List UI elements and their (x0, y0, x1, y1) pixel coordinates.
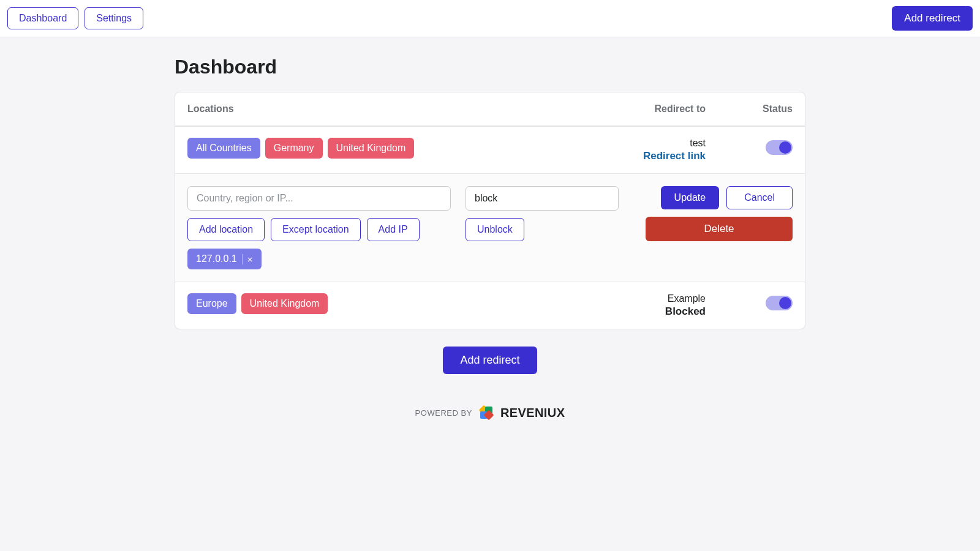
redirect-link[interactable]: Redirect link (510, 150, 706, 162)
ip-chip[interactable]: 127.0.0.1 × (187, 249, 262, 269)
location-tag[interactable]: United Kingdom (328, 138, 415, 159)
column-header-redirect: Redirect to (510, 103, 706, 114)
table-header: Locations Redirect to Status (175, 92, 805, 126)
editor-right-col: Update Cancel Delete (633, 186, 793, 269)
location-tag[interactable]: Germany (265, 138, 323, 159)
table-row[interactable]: All Countries Germany United Kingdom tes… (175, 126, 805, 173)
location-actions: Add location Except location Add IP (187, 218, 420, 241)
update-cancel-row: Update Cancel (633, 186, 793, 209)
powered-by-label: POWERED BY (415, 408, 472, 418)
bottom-cta: Add redirect (175, 347, 805, 374)
topbar: Dashboard Settings Add redirect (0, 0, 980, 37)
delete-button[interactable]: Delete (646, 217, 793, 241)
column-header-locations: Locations (187, 103, 502, 114)
update-button[interactable]: Update (661, 186, 720, 209)
redirect-title: test (510, 138, 706, 149)
editor-row: Add location Except location Add IP 127.… (175, 173, 805, 282)
add-redirect-button[interactable]: Add redirect (443, 347, 537, 374)
redirect-cell: Example Blocked (510, 293, 706, 318)
footer: POWERED BY REVENIUX (175, 405, 805, 421)
location-tag[interactable]: All Countries (187, 138, 260, 159)
main-content: Dashboard Locations Redirect to Status A… (162, 56, 818, 421)
nav-dashboard-button[interactable]: Dashboard (7, 7, 78, 29)
location-tags: All Countries Germany United Kingdom (187, 138, 502, 159)
redirects-card: Locations Redirect to Status All Countri… (175, 92, 805, 329)
topbar-nav: Dashboard Settings (7, 7, 143, 29)
status-toggle[interactable] (766, 140, 793, 155)
action-input[interactable] (466, 186, 619, 211)
page-title: Dashboard (175, 56, 805, 78)
add-ip-button[interactable]: Add IP (367, 218, 420, 241)
cancel-button[interactable]: Cancel (726, 186, 793, 209)
redirect-title: Example (510, 293, 706, 304)
brand-logo-icon (478, 405, 494, 421)
location-input[interactable] (187, 186, 451, 211)
status-cell (713, 138, 793, 157)
brand-name: REVENIUX (500, 406, 565, 420)
status-cell (713, 293, 793, 313)
except-location-button[interactable]: Except location (271, 218, 361, 241)
action-buttons: Unblock (466, 218, 524, 241)
add-redirect-top-button[interactable]: Add redirect (892, 6, 973, 31)
editor-locations-col: Add location Except location Add IP 127.… (187, 186, 451, 269)
location-tags: Europe United Kingdom (187, 293, 502, 314)
add-location-button[interactable]: Add location (187, 218, 265, 241)
table-row[interactable]: Europe United Kingdom Example Blocked (175, 282, 805, 329)
location-tag[interactable]: Europe (187, 293, 236, 314)
ip-chip-label: 127.0.0.1 (196, 253, 237, 264)
close-icon[interactable]: × (242, 254, 253, 264)
redirect-status: Blocked (510, 305, 706, 318)
location-tag[interactable]: United Kingdom (241, 293, 328, 314)
ip-chip-list: 127.0.0.1 × (187, 249, 262, 269)
status-toggle[interactable] (766, 296, 793, 310)
redirect-cell: test Redirect link (510, 138, 706, 162)
column-header-status: Status (713, 103, 793, 114)
nav-settings-button[interactable]: Settings (85, 7, 143, 29)
editor-action-col: Unblock (466, 186, 619, 269)
unblock-button[interactable]: Unblock (466, 218, 524, 241)
